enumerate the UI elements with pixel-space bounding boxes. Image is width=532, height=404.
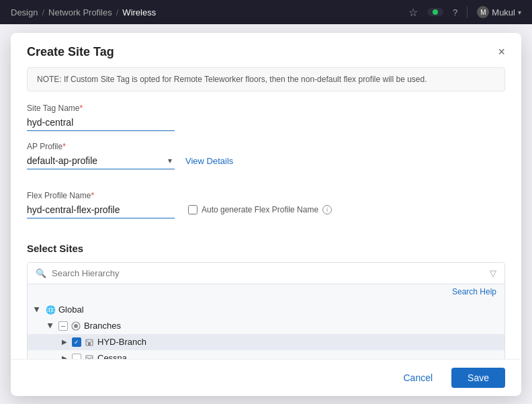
help-icon[interactable]: ? xyxy=(453,7,457,17)
tree-chevron-global[interactable]: ▶ xyxy=(33,305,42,315)
branch-icon xyxy=(71,321,81,331)
note-banner: NOTE: If Custom Site Tag is opted for Re… xyxy=(27,67,505,91)
modal-body: NOTE: If Custom Site Tag is opted for Re… xyxy=(11,67,521,359)
site-tag-name-input[interactable] xyxy=(27,116,175,131)
cancel-button[interactable]: Cancel xyxy=(392,368,443,387)
favorite-icon[interactable]: ☆ xyxy=(408,6,418,19)
svg-rect-4 xyxy=(87,341,89,342)
sites-container: 🔍 ▽ Search Help ▶ 🌐 Global xyxy=(27,262,505,359)
tree-label-global: Global xyxy=(58,305,84,315)
building-icon-hyd xyxy=(84,337,95,348)
search-hierarchy-input[interactable] xyxy=(52,268,484,278)
tree-item-hyd-branch: ▶ HYD-Branch xyxy=(28,334,504,350)
tree-label-branches: Branches xyxy=(84,321,121,331)
tree-label-cessna: Cessna xyxy=(97,353,127,359)
user-avatar: M xyxy=(477,6,489,18)
tree-item-cessna: ▶ Cessna xyxy=(28,350,504,359)
status-badge xyxy=(427,8,443,16)
svg-rect-8 xyxy=(87,357,89,358)
modal-create-site-tag: Create Site Tag × NOTE: If Custom Site T… xyxy=(11,33,521,396)
breadcrumb: Design / Network Profiles / Wireless xyxy=(11,7,408,17)
tree-checkbox-cessna[interactable] xyxy=(72,354,81,359)
globe-icon: 🌐 xyxy=(45,305,56,315)
flex-profile-input[interactable] xyxy=(27,203,175,218)
modal-footer: Cancel Save xyxy=(11,359,521,396)
tree-chevron-hyd-branch[interactable]: ▶ xyxy=(60,337,69,347)
tree-item-global: ▶ 🌐 Global xyxy=(28,302,504,318)
breadcrumb-design[interactable]: Design xyxy=(11,7,38,17)
user-name[interactable]: Mukul xyxy=(492,7,515,17)
site-tag-name-label: Site Tag Name* xyxy=(27,104,505,113)
tree-item-branches: ▶ Branches xyxy=(28,318,504,334)
svg-rect-5 xyxy=(91,341,92,342)
svg-rect-3 xyxy=(88,342,91,346)
ap-profile-group: AP Profile* default-ap-profile ▾ xyxy=(27,142,175,169)
tree-label-hyd-branch: HYD-Branch xyxy=(97,337,146,347)
user-section: M Mukul ▾ xyxy=(477,6,521,18)
topbar-divider xyxy=(467,6,468,18)
ap-profile-row: AP Profile* default-ap-profile ▾ View De… xyxy=(27,142,505,180)
breadcrumb-sep1: / xyxy=(42,7,44,17)
search-help-row: Search Help xyxy=(28,284,504,298)
search-row: 🔍 ▽ xyxy=(28,263,504,284)
flex-profile-group: Flex Profile Name* xyxy=(27,191,175,218)
topbar: Design / Network Profiles / Wireless ☆ ?… xyxy=(0,0,532,24)
modal-header: Create Site Tag × xyxy=(11,33,521,67)
main-content: Create Site Tag × NOTE: If Custom Site T… xyxy=(0,24,532,404)
breadcrumb-sep2: / xyxy=(116,7,119,17)
auto-generate-info-icon: i xyxy=(322,205,332,214)
site-tag-name-group: Site Tag Name* xyxy=(27,104,505,131)
topbar-right: ☆ ? M Mukul ▾ xyxy=(408,6,521,19)
modal-title: Create Site Tag xyxy=(27,45,114,59)
ap-profile-select[interactable]: default-ap-profile xyxy=(27,154,175,169)
auto-generate-checkbox[interactable] xyxy=(188,205,197,214)
filter-icon[interactable]: ▽ xyxy=(490,268,496,278)
ap-profile-select-wrapper: default-ap-profile ▾ xyxy=(27,154,175,169)
svg-rect-9 xyxy=(91,357,92,358)
save-button[interactable]: Save xyxy=(451,368,505,388)
hierarchy-tree: ▶ 🌐 Global ▶ B xyxy=(28,298,504,359)
search-help-link[interactable]: Search Help xyxy=(452,287,496,296)
flex-profile-label: Flex Profile Name* xyxy=(27,191,175,200)
search-icon: 🔍 xyxy=(36,268,46,278)
flex-profile-row: Flex Profile Name* Auto generate Flex Pr… xyxy=(27,191,505,229)
tree-checkbox-hyd-branch[interactable] xyxy=(72,337,81,347)
building-icon-cessna xyxy=(84,353,95,359)
breadcrumb-network-profiles[interactable]: Network Profiles xyxy=(48,7,112,17)
svg-point-1 xyxy=(74,324,78,328)
tree-checkbox-branches[interactable] xyxy=(58,321,68,331)
breadcrumb-wireless[interactable]: Wireless xyxy=(122,7,156,17)
tree-chevron-branches[interactable]: ▶ xyxy=(46,321,56,331)
user-dropdown-icon[interactable]: ▾ xyxy=(518,9,521,16)
select-sites-title: Select Sites xyxy=(27,243,505,254)
view-details-link[interactable]: View Details xyxy=(185,156,233,166)
status-dot xyxy=(433,9,438,15)
modal-close-button[interactable]: × xyxy=(498,46,505,58)
ap-profile-label: AP Profile* xyxy=(27,142,175,151)
tree-chevron-cessna[interactable]: ▶ xyxy=(60,354,69,359)
auto-generate-label: Auto generate Flex Profile Name i xyxy=(188,205,332,214)
